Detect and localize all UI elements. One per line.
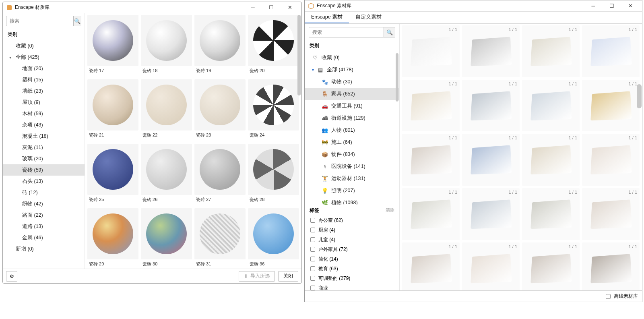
tree-category[interactable]: 木材 (59) [3, 108, 85, 119]
tag-row[interactable]: 商业 [305, 283, 399, 290]
tag-checkbox[interactable] [310, 237, 315, 242]
tag-row[interactable]: 户外家具 (72) [305, 244, 399, 254]
tag-checkbox[interactable] [310, 276, 315, 281]
tree-category[interactable]: 地面 (20) [3, 63, 85, 74]
material-card[interactable]: 瓷砖 21 [87, 79, 138, 141]
tree-category[interactable]: 🌿植物 (1098) [305, 197, 399, 205]
asset-card[interactable]: 1 / 1 [522, 134, 580, 186]
tree-favorites[interactable]: ♡收藏 (0) [305, 52, 399, 64]
tree-category[interactable]: 灰泥 (11) [3, 142, 85, 153]
tag-row[interactable]: 儿童 (4) [305, 235, 399, 244]
tree-favorites[interactable]: 收藏 (0) [3, 40, 85, 52]
clear-tags-button[interactable]: 清除 [386, 207, 394, 214]
tree-category[interactable]: 石头 (13) [3, 176, 85, 187]
material-card[interactable]: 瓷砖 22 [141, 79, 192, 141]
material-card[interactable]: 瓷砖 36 [248, 208, 299, 269]
tree-all[interactable]: ▾▤全部 (4178) [305, 64, 399, 76]
scrollbar-thumb[interactable] [396, 53, 398, 102]
asset-card[interactable]: 1 / 1 [522, 242, 580, 290]
asset-card[interactable]: 1 / 1 [582, 80, 640, 132]
material-card[interactable]: 瓷砖 29 [87, 208, 138, 269]
tag-checkbox[interactable] [310, 228, 315, 232]
tree-category[interactable]: 🪑家具 (652) [305, 88, 399, 100]
import-button[interactable]: ⬇导入所选 [239, 271, 275, 282]
tree-category[interactable]: 混凝土 (18) [3, 130, 85, 142]
settings-button[interactable]: ⚙ [6, 271, 17, 282]
tag-row[interactable]: 厨房 (4) [305, 225, 399, 235]
tree-category[interactable]: 塑料 (15) [3, 74, 85, 85]
tree-category[interactable]: 瓷砖 (59) [3, 164, 85, 176]
material-card[interactable]: 瓷砖 20 [248, 15, 299, 77]
tree-category[interactable]: 🏋运动器材 (131) [305, 172, 399, 184]
tab-enscape-assets[interactable]: Enscape 素材 [305, 12, 349, 23]
asset-card[interactable]: 1 / 1 [582, 134, 640, 186]
tag-checkbox[interactable] [310, 286, 315, 290]
tree-category[interactable]: ⚕医院设备 (141) [305, 160, 399, 172]
scrollbar-thumb[interactable] [637, 84, 642, 108]
tag-row[interactable]: 简化 (14) [305, 254, 399, 264]
asset-card[interactable]: 1 / 1 [402, 134, 460, 186]
asset-card[interactable]: 1 / 1 [522, 25, 580, 77]
tag-checkbox[interactable] [310, 257, 315, 261]
material-card[interactable]: 瓷砖 30 [141, 208, 192, 269]
asset-card[interactable]: 1 / 1 [462, 242, 520, 290]
tree-category[interactable]: 📦物件 (834) [305, 148, 399, 160]
asset-card[interactable]: 1 / 1 [462, 80, 520, 132]
tree-category[interactable]: 金属 (46) [3, 232, 85, 243]
close-button[interactable]: ✕ [622, 1, 639, 11]
minimize-button[interactable]: ─ [244, 3, 261, 12]
maximize-button[interactable]: ☐ [263, 3, 280, 12]
tree-category[interactable]: 🚗交通工具 (91) [305, 100, 399, 112]
offline-checkbox[interactable] [606, 294, 611, 299]
asset-card[interactable]: 1 / 1 [522, 188, 580, 240]
tree-category[interactable]: 🏙街道设施 (129) [305, 112, 399, 124]
tag-checkbox[interactable] [310, 266, 315, 271]
tag-checkbox[interactable] [310, 247, 315, 252]
material-card[interactable]: 瓷砖 24 [248, 79, 299, 141]
material-card[interactable]: 瓷砖 25 [87, 144, 138, 206]
search-button[interactable]: 🔍 [384, 27, 395, 37]
material-card[interactable]: 瓷砖 26 [141, 144, 192, 206]
material-card[interactable]: 瓷砖 27 [194, 144, 246, 206]
material-card[interactable]: 瓷砖 19 [194, 15, 246, 77]
asset-card[interactable]: 1 / 1 [462, 25, 520, 77]
close-button[interactable]: ✕ [281, 3, 298, 12]
tree-category[interactable]: 屋顶 (9) [3, 97, 85, 108]
tag-row[interactable]: 办公室 (62) [305, 215, 399, 225]
asset-card[interactable]: 1 / 1 [582, 188, 640, 240]
asset-card[interactable]: 1 / 1 [462, 188, 520, 240]
asset-card[interactable]: 1 / 1 [462, 134, 520, 186]
tab-custom-assets[interactable]: 自定义素材 [349, 12, 388, 23]
tag-checkbox[interactable] [310, 218, 315, 223]
asset-card[interactable]: 1 / 1 [582, 242, 640, 290]
material-card[interactable]: 瓷砖 23 [194, 79, 246, 141]
tree-category[interactable]: 🚧施工 (64) [305, 136, 399, 148]
material-card[interactable]: 瓷砖 17 [87, 15, 138, 77]
tree-category[interactable]: 💡照明 (207) [305, 184, 399, 197]
tree-category[interactable]: 道路 (13) [3, 221, 85, 232]
asset-card[interactable]: 1 / 1 [402, 188, 460, 240]
close-dialog-button[interactable]: 关闭 [278, 271, 298, 282]
material-card[interactable]: 瓷砖 18 [141, 15, 192, 77]
asset-card[interactable]: 1 / 1 [402, 80, 460, 132]
search-input[interactable] [6, 16, 74, 26]
tree-category[interactable]: 路面 (22) [3, 209, 85, 221]
minimize-button[interactable]: ─ [585, 1, 602, 11]
tag-row[interactable]: 可调整的 (279) [305, 273, 399, 283]
tree-category[interactable]: 👥人物 (801) [305, 124, 399, 136]
asset-card[interactable]: 1 / 1 [402, 242, 460, 290]
asset-card[interactable]: 1 / 1 [522, 80, 580, 132]
tree-all[interactable]: ▾全部 (425) [3, 52, 85, 63]
scrollbar-thumb[interactable] [297, 15, 301, 95]
asset-card[interactable]: 1 / 1 [402, 25, 460, 77]
tree-category[interactable]: 织物 (42) [3, 198, 85, 209]
search-button[interactable]: 🔍 [74, 16, 81, 26]
maximize-button[interactable]: ☐ [603, 1, 620, 11]
search-input[interactable] [309, 27, 384, 37]
tree-category[interactable]: 墙纸 (23) [3, 85, 85, 97]
tree-new[interactable]: 新增 (0) [3, 243, 85, 255]
tag-row[interactable]: 教育 (63) [305, 264, 399, 273]
tree-category[interactable]: 砖 (12) [3, 187, 85, 198]
tree-category[interactable]: 🐾动物 (30) [305, 76, 399, 88]
tree-category[interactable]: 杂项 (43) [3, 119, 85, 130]
